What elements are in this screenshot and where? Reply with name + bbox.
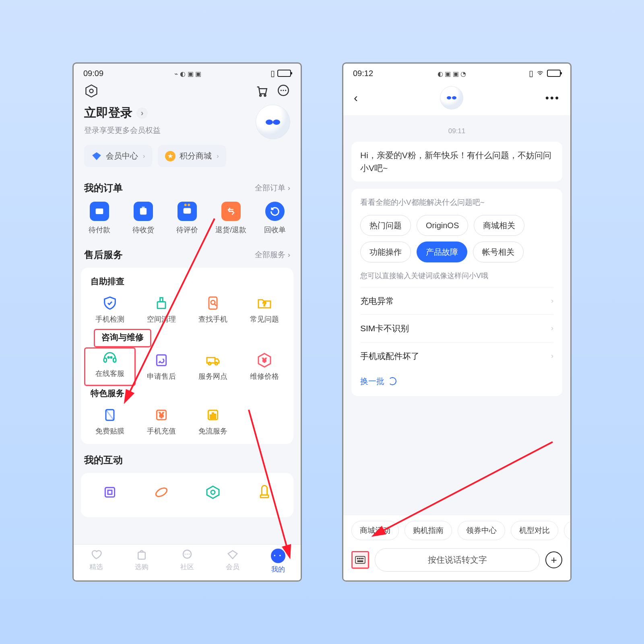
svg-point-1 bbox=[90, 89, 93, 93]
svg-rect-16 bbox=[113, 358, 116, 362]
chip-account[interactable]: 帐号相关 bbox=[473, 242, 524, 262]
tab-member[interactable]: 会员 bbox=[210, 549, 255, 574]
quick-links: 会员中心› ★ 积分商城› bbox=[74, 145, 301, 174]
back-button[interactable]: ‹ bbox=[354, 91, 358, 105]
svg-text:¥: ¥ bbox=[262, 357, 266, 363]
interact-4[interactable] bbox=[239, 479, 290, 505]
svg-rect-30 bbox=[212, 413, 213, 418]
svg-text:¥: ¥ bbox=[159, 411, 164, 419]
sugg-compare[interactable]: 机型对比 bbox=[511, 521, 558, 540]
sugg-coupon[interactable]: 领券中心 bbox=[458, 521, 505, 540]
phone-profile: 09:09 ⌁ ◐ ▣ ▣ ▯ 立即登录 › 登录享受更多会员权益 会员 bbox=[72, 62, 302, 582]
q-sim[interactable]: SIM卡不识别› bbox=[360, 314, 553, 342]
chip-function[interactable]: 功能操作 bbox=[360, 242, 411, 262]
svg-rect-32 bbox=[105, 487, 114, 497]
q-charge[interactable]: 充电异常› bbox=[360, 287, 553, 315]
shield-icon bbox=[102, 295, 118, 311]
sugg-guide[interactable]: 购机指南 bbox=[405, 521, 452, 540]
svg-point-17 bbox=[108, 357, 109, 358]
svc-apply-aftersale[interactable]: 申请售后 bbox=[136, 347, 187, 386]
svc-online-service[interactable]: 在线客服 bbox=[84, 347, 136, 386]
voice-input-button[interactable]: 按住说话转文字 bbox=[375, 548, 540, 572]
status-icons-left: ⌁ ◐ ▣ ▣ bbox=[173, 69, 201, 78]
tab-shop[interactable]: 选购 bbox=[119, 549, 165, 574]
svg-rect-19 bbox=[157, 355, 166, 366]
svc-faq[interactable]: ?常见问题 bbox=[239, 290, 290, 329]
svg-point-36 bbox=[211, 490, 215, 494]
bot-avatar[interactable] bbox=[440, 86, 463, 109]
svg-rect-11 bbox=[160, 298, 163, 302]
order-pending-review[interactable]: ●●待评价 bbox=[165, 202, 209, 235]
sugg-mall[interactable]: 商城活动 bbox=[351, 521, 399, 540]
service-card: 自助排查 手机检测 空间清理 查找手机 ?常见问题 咨询与维修 在线客服 申请售… bbox=[81, 268, 293, 444]
wifi-icon bbox=[536, 70, 545, 77]
svc-free-data[interactable]: 免流服务 bbox=[187, 402, 239, 441]
refresh-icon bbox=[388, 377, 396, 385]
sugg-more[interactable]: 以 bbox=[564, 521, 570, 540]
q-broken[interactable]: 手机或配件坏了› bbox=[360, 342, 553, 370]
svc-service-point[interactable]: 服务网点 bbox=[187, 347, 239, 386]
chip-fault[interactable]: 产品故障 bbox=[417, 242, 467, 262]
interact-3[interactable] bbox=[187, 479, 239, 505]
folder-icon: ? bbox=[256, 295, 272, 311]
chip-row: 热门问题 OriginOS 商城相关 功能操作 产品故障 帐号相关 bbox=[360, 215, 553, 262]
avatar[interactable] bbox=[256, 105, 290, 139]
svg-point-3 bbox=[264, 95, 266, 96]
interact-2[interactable] bbox=[136, 479, 187, 505]
diamond-icon bbox=[227, 549, 239, 561]
yen-icon: ¥ bbox=[153, 407, 169, 423]
all-orders-link[interactable]: 全部订单 › bbox=[255, 183, 290, 193]
chip-mall[interactable]: 商城相关 bbox=[474, 215, 524, 236]
chip-hot[interactable]: 热门问题 bbox=[360, 215, 411, 236]
svc-free-film[interactable]: 免费贴膜 bbox=[84, 402, 136, 441]
truck-icon bbox=[205, 352, 221, 368]
svg-point-21 bbox=[208, 362, 211, 365]
topic-card: 看看全能的小V都能解决什么问题吧~ 热门问题 OriginOS 商城相关 功能操… bbox=[351, 189, 562, 396]
order-recycle[interactable]: 回收单 bbox=[253, 202, 297, 235]
greeting-bubble: Hi，亲爱的V粉，新年快乐！有什么问题，不妨问问小V吧~ bbox=[351, 142, 562, 182]
svc-clean[interactable]: 空间清理 bbox=[136, 290, 187, 329]
svg-marker-0 bbox=[86, 85, 97, 97]
settings-icon[interactable] bbox=[84, 84, 99, 98]
interact-1[interactable] bbox=[84, 479, 136, 505]
member-center-button[interactable]: 会员中心› bbox=[84, 145, 152, 167]
svc-find-phone[interactable]: 查找手机 bbox=[187, 290, 239, 329]
wrench-icon bbox=[153, 352, 169, 368]
svg-point-44 bbox=[357, 558, 358, 559]
svg-point-22 bbox=[215, 362, 218, 365]
add-button[interactable]: + bbox=[545, 551, 562, 568]
svc-recharge[interactable]: ¥手机充值 bbox=[136, 402, 187, 441]
svg-rect-20 bbox=[207, 357, 215, 363]
svg-point-47 bbox=[362, 558, 363, 559]
order-pending-receive[interactable]: 待收货 bbox=[122, 202, 165, 235]
order-pending-pay[interactable]: 待付款 bbox=[78, 202, 122, 235]
tab-mine[interactable]: • •我的 bbox=[255, 549, 301, 574]
cart-icon[interactable] bbox=[255, 84, 268, 98]
heart-icon bbox=[90, 549, 102, 561]
more-button[interactable]: ••• bbox=[545, 92, 560, 104]
svg-rect-10 bbox=[157, 302, 165, 309]
svc-phone-check[interactable]: 手机检测 bbox=[84, 290, 136, 329]
svg-rect-37 bbox=[260, 495, 268, 498]
login-button[interactable]: 立即登录 › bbox=[84, 105, 161, 121]
search-phone-icon bbox=[205, 295, 221, 311]
chat-body[interactable]: 09:11 Hi，亲爱的V粉，新年快乐！有什么问题，不妨问问小V吧~ 看看全能的… bbox=[343, 115, 570, 582]
tab-community[interactable]: 社区 bbox=[165, 549, 210, 574]
status-time: 09:09 bbox=[83, 69, 103, 78]
refresh-button[interactable]: 换一批 bbox=[360, 369, 553, 387]
status-bar: 09:12 ◐ ▣ ▣ ◔ ▯ bbox=[343, 64, 570, 80]
suggestion-row[interactable]: 商城活动 购机指南 领券中心 机型对比 以 bbox=[343, 515, 570, 546]
svc-repair-price[interactable]: ¥维修价格 bbox=[239, 347, 290, 386]
card-head: 看看全能的小V都能解决什么问题吧~ bbox=[360, 197, 553, 208]
all-services-link[interactable]: 全部服务 › bbox=[255, 250, 290, 260]
message-icon[interactable] bbox=[277, 84, 290, 98]
order-refund[interactable]: 退货/退款 bbox=[209, 202, 253, 235]
film-icon bbox=[102, 407, 118, 423]
keyboard-toggle[interactable] bbox=[351, 551, 369, 569]
points-mall-button[interactable]: ★ 积分商城› bbox=[158, 145, 226, 167]
chip-originos[interactable]: OriginOS bbox=[417, 215, 468, 236]
svg-rect-12 bbox=[209, 297, 217, 309]
phone-chat: 09:12 ◐ ▣ ▣ ◔ ▯ ‹ ••• 09:11 Hi，亲爱的V粉，新年快… bbox=[342, 62, 572, 582]
tab-featured[interactable]: 精选 bbox=[74, 549, 119, 574]
broom-icon bbox=[153, 295, 169, 311]
